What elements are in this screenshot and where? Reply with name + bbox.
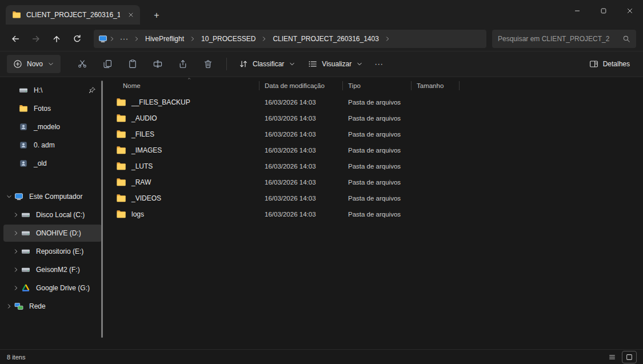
chevron-right-icon[interactable] xyxy=(108,35,116,42)
file-row[interactable]: _AUDIO 16/03/2026 14:03 Pasta de arquivo… xyxy=(105,110,643,126)
explorer-window: CLIENT_PROJECT_260316_1403 + ··· HivePre… xyxy=(0,0,643,364)
file-row[interactable]: __FILES_BACKUP 16/03/2026 14:03 Pasta de… xyxy=(105,94,643,110)
share-icon xyxy=(178,59,187,69)
more-options-button[interactable]: ··· xyxy=(369,55,389,73)
column-header-row: Nome Data de modificação Tipo Tamanho xyxy=(105,77,643,94)
sidebar-item-rede[interactable]: Rede xyxy=(3,298,102,315)
column-header-data-modificacao[interactable]: Data de modificação xyxy=(259,77,343,94)
file-name-cell: _RAW xyxy=(105,177,259,187)
chevron-right-icon[interactable] xyxy=(189,35,197,42)
sidebar-item-label: Rede xyxy=(29,302,46,310)
file-type: Pasta de arquivos xyxy=(343,211,412,218)
search-input[interactable] xyxy=(498,35,619,43)
sidebar-item-h-drive[interactable]: H:\ xyxy=(3,82,102,99)
sidebar-scrollbar[interactable] xyxy=(101,81,103,338)
file-row[interactable]: _RAW 16/03/2026 14:03 Pasta de arquivos xyxy=(105,174,643,190)
refresh-button[interactable] xyxy=(69,30,86,47)
breadcrumb-overflow-button[interactable]: ··· xyxy=(117,35,132,43)
address-bar[interactable]: ··· HivePreflight 10_PROCESSED CLIENT_PR… xyxy=(94,30,486,48)
file-row[interactable]: _FILES 16/03/2026 14:03 Pasta de arquivo… xyxy=(105,126,643,142)
breadcrumb-segment[interactable]: CLIENT_PROJECT_260316_1403 xyxy=(269,35,382,43)
drive-icon xyxy=(18,86,29,95)
chevron-right-icon[interactable] xyxy=(11,230,21,237)
file-type: Pasta de arquivos xyxy=(343,195,412,202)
new-button[interactable]: Novo xyxy=(7,55,61,73)
file-modified-date: 16/03/2026 14:03 xyxy=(259,163,343,170)
up-button[interactable] xyxy=(48,30,65,47)
folder-icon xyxy=(116,113,126,123)
paste-button[interactable] xyxy=(120,55,145,73)
view-toggles xyxy=(605,351,636,363)
folder-icon xyxy=(12,10,21,19)
sidebar-item-label: 0. adm xyxy=(34,141,55,149)
new-tab-button[interactable]: + xyxy=(150,9,163,22)
file-list-pane: Nome Data de modificação Tipo Tamanho __… xyxy=(105,77,643,349)
chevron-down-icon[interactable] xyxy=(5,193,14,200)
chevron-right-icon[interactable] xyxy=(133,35,141,42)
sidebar-item-modelo[interactable]: _modelo xyxy=(3,118,102,135)
details-pane-button[interactable]: Detalhes xyxy=(583,55,636,73)
file-name: _AUDIO xyxy=(131,114,157,122)
sidebar-item-este-computador[interactable]: Este Computador xyxy=(3,188,102,205)
arrow-left-icon xyxy=(11,34,20,43)
sidebar-item-repositorio-e[interactable]: Repositorio (E:) xyxy=(3,243,102,260)
file-row[interactable]: _IMAGES 16/03/2026 14:03 Pasta de arquiv… xyxy=(105,142,643,158)
view-button[interactable]: Visualizar xyxy=(302,55,369,73)
chevron-right-icon[interactable] xyxy=(11,211,21,218)
maximize-button[interactable] xyxy=(590,0,617,22)
column-header-tamanho[interactable]: Tamanho xyxy=(412,77,460,94)
tab-title: CLIENT_PROJECT_260316_1403 xyxy=(26,11,120,19)
column-header-tipo[interactable]: Tipo xyxy=(343,77,412,94)
file-row[interactable]: _VIDEOS 16/03/2026 14:03 Pasta de arquiv… xyxy=(105,190,643,206)
back-button[interactable] xyxy=(7,30,24,47)
details-view-button[interactable] xyxy=(605,351,619,363)
file-name: _FILES xyxy=(131,130,154,138)
sidebar-item-geisonm2-f[interactable]: GeisonM2 (F:) xyxy=(3,261,102,278)
breadcrumb-segment[interactable]: HivePreflight xyxy=(141,35,188,43)
forward-button[interactable] xyxy=(27,30,45,47)
sort-button[interactable]: Classificar xyxy=(233,55,302,73)
chevron-right-icon[interactable] xyxy=(11,266,21,273)
navigation-bar: ··· HivePreflight 10_PROCESSED CLIENT_PR… xyxy=(0,26,643,51)
tab-close-button[interactable] xyxy=(125,9,137,21)
chevron-right-icon[interactable] xyxy=(384,35,392,42)
scissors-icon xyxy=(78,59,87,69)
explorer-tab[interactable]: CLIENT_PROJECT_260316_1403 xyxy=(6,5,140,25)
sidebar-item-fotos[interactable]: Fotos xyxy=(3,100,102,117)
folder-icon xyxy=(116,145,126,155)
chevron-right-icon[interactable] xyxy=(5,303,14,310)
column-header-nome[interactable]: Nome xyxy=(105,77,259,94)
delete-button[interactable] xyxy=(195,55,221,73)
list-view-icon xyxy=(608,353,616,361)
sidebar-item-onohive-d[interactable]: ONOHIVE (D:) xyxy=(3,225,102,242)
rename-button[interactable] xyxy=(145,55,170,73)
file-name-cell: logs xyxy=(105,209,259,219)
copy-button[interactable] xyxy=(95,55,120,73)
sidebar-item-old[interactable]: _old xyxy=(3,155,102,172)
cut-button[interactable] xyxy=(70,55,95,73)
file-name: __FILES_BACKUP xyxy=(131,98,190,106)
close-window-button[interactable] xyxy=(617,0,643,22)
chevron-right-icon[interactable] xyxy=(260,35,268,42)
file-row[interactable]: _LUTS 16/03/2026 14:03 Pasta de arquivos xyxy=(105,158,643,174)
file-name: _IMAGES xyxy=(131,146,162,154)
chevron-right-icon[interactable] xyxy=(11,248,21,255)
chevron-down-icon xyxy=(356,61,363,67)
minimize-button[interactable] xyxy=(564,0,590,22)
chevron-right-icon[interactable] xyxy=(11,285,21,291)
shortcut-icon xyxy=(18,159,29,168)
sidebar-item-google-drive-g[interactable]: Google Drive (G:) xyxy=(3,279,102,297)
shortcut-icon xyxy=(18,122,29,131)
share-button[interactable] xyxy=(170,55,195,73)
sidebar-item-disco-local-c[interactable]: Disco Local (C:) xyxy=(3,206,102,223)
sidebar-item-label: H:\ xyxy=(34,86,42,94)
file-row[interactable]: logs 16/03/2026 14:03 Pasta de arquivos xyxy=(105,206,643,222)
large-icons-view-button[interactable] xyxy=(622,351,636,363)
sidebar-item-label: ONOHIVE (D:) xyxy=(36,229,81,237)
breadcrumb-segment[interactable]: 10_PROCESSED xyxy=(197,35,259,43)
file-type: Pasta de arquivos xyxy=(343,115,412,122)
details-pane-icon xyxy=(589,59,598,69)
sidebar-item-0-adm[interactable]: 0. adm xyxy=(3,137,102,154)
navigation-pane: H:\ Fotos _modelo 0. adm _old xyxy=(0,77,105,349)
computer-icon xyxy=(98,34,107,43)
